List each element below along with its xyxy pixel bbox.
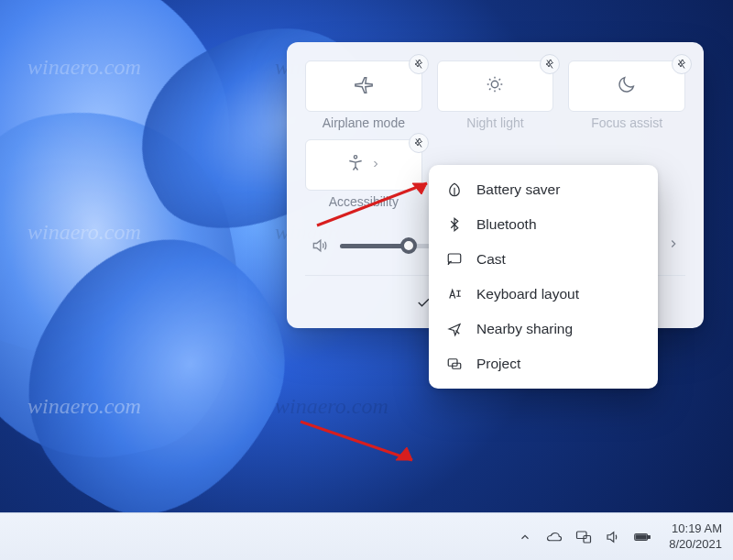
cast-icon — [445, 250, 464, 269]
tile-airplane-mode[interactable] — [305, 60, 422, 112]
svg-rect-9 — [577, 532, 587, 539]
chevron-right-icon — [370, 157, 381, 173]
svg-rect-13 — [636, 534, 646, 538]
network-icon[interactable] — [575, 529, 592, 545]
svg-rect-10 — [584, 535, 591, 543]
volume-icon — [311, 236, 329, 255]
tile-label: Night light — [437, 112, 554, 139]
tile-focus-assist[interactable] — [568, 60, 685, 112]
battery-icon[interactable] — [634, 529, 651, 545]
system-tray — [517, 529, 651, 545]
svg-point-1 — [354, 156, 356, 159]
menu-item-keyboard-layout[interactable]: Keyboard layout — [429, 277, 658, 312]
taskbar: 10:19 AM 8/20/2021 — [0, 512, 733, 560]
bluetooth-icon — [445, 215, 464, 234]
svg-point-0 — [492, 81, 498, 87]
menu-item-label: Project — [476, 356, 520, 372]
taskbar-clock[interactable]: 10:19 AM 8/20/2021 — [669, 522, 722, 552]
menu-item-label: Cast — [476, 251, 506, 268]
svg-line-5 — [317, 183, 427, 225]
accessibility-icon — [346, 154, 365, 176]
annotation-arrow — [310, 174, 447, 238]
airplane-icon — [354, 74, 374, 98]
taskbar-time: 10:19 AM — [669, 522, 722, 536]
svg-line-7 — [301, 422, 412, 460]
unpin-button[interactable] — [409, 54, 429, 74]
menu-item-label: Nearby sharing — [476, 321, 573, 337]
taskbar-date: 8/20/2021 — [669, 537, 722, 552]
tile-night-light[interactable] — [437, 60, 554, 112]
tile-label: Focus assist — [568, 112, 685, 139]
tile-label: Airplane mode — [305, 112, 422, 139]
unpin-button[interactable] — [409, 133, 429, 153]
project-icon — [445, 355, 464, 373]
volume-icon[interactable] — [605, 529, 621, 545]
unpin-button[interactable] — [540, 54, 560, 74]
menu-item-label: Keyboard layout — [476, 286, 579, 302]
annotation-arrow — [293, 412, 431, 477]
menu-item-battery-saver[interactable]: Battery saver — [429, 172, 658, 207]
moon-icon — [617, 74, 637, 98]
keyboard-layout-icon — [445, 285, 464, 303]
nearby-sharing-icon — [445, 320, 464, 338]
menu-item-label: Battery saver — [476, 181, 560, 198]
add-menu: Battery saver Bluetooth Cast Keyboard la… — [429, 165, 658, 389]
menu-item-nearby-sharing[interactable]: Nearby sharing — [429, 312, 658, 346]
menu-item-project[interactable]: Project — [429, 346, 658, 381]
menu-item-label: Bluetooth — [476, 216, 537, 233]
chevron-right-icon[interactable] — [667, 237, 680, 254]
brightness-icon — [485, 74, 505, 98]
onedrive-icon[interactable] — [546, 529, 563, 545]
menu-item-bluetooth[interactable]: Bluetooth — [429, 207, 658, 242]
svg-rect-12 — [648, 535, 650, 538]
svg-marker-8 — [396, 447, 412, 460]
unpin-button[interactable] — [672, 54, 692, 74]
leaf-icon — [445, 181, 464, 199]
menu-item-cast[interactable]: Cast — [429, 242, 658, 277]
chevron-up-icon[interactable] — [517, 529, 533, 545]
